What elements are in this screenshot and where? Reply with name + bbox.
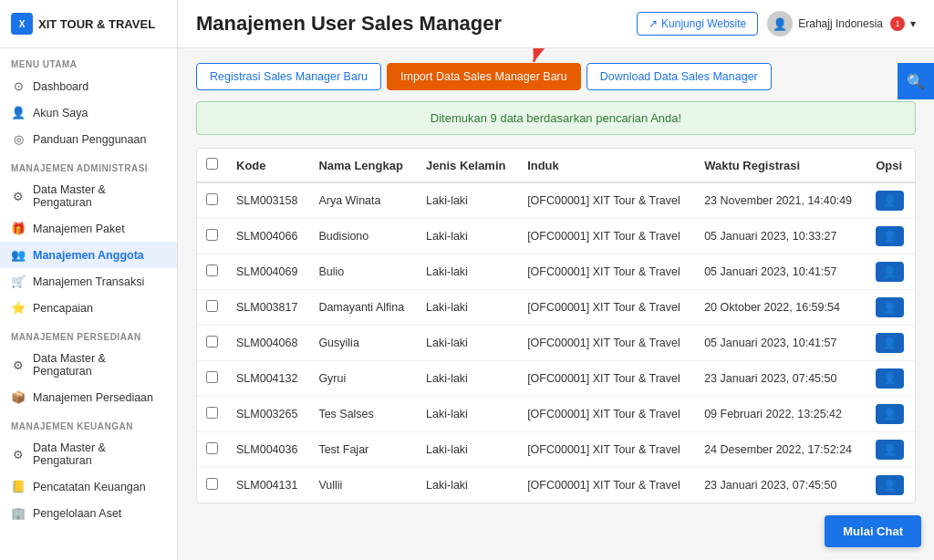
row-checkbox[interactable] <box>206 336 218 347</box>
cell-kode: SLM004069 <box>227 254 309 290</box>
detail-button[interactable]: 👤 <box>876 333 904 353</box>
sidebar-item-pencapaian[interactable]: ⭐ Pencapaian <box>0 295 177 321</box>
manajemen-admin-label: MANAJEMEN ADMINISTRASI <box>0 152 177 177</box>
select-all-checkbox[interactable] <box>206 158 218 170</box>
row-checkbox-cell <box>197 326 227 361</box>
sidebar-item-data-master-keuangan[interactable]: ⚙ Data Master & Pengaturan <box>0 435 177 473</box>
sidebar-logo: X XIT TOUR & TRAVEL <box>0 0 177 48</box>
cell-kode: SLM003817 <box>227 290 309 326</box>
sidebar-item-akun-saya[interactable]: 👤 Akun Saya <box>0 99 177 126</box>
detail-button[interactable]: 👤 <box>876 404 904 424</box>
row-checkbox[interactable] <box>206 371 218 383</box>
action-buttons: Registrasi Sales Manager Baru Import Dat… <box>196 63 916 90</box>
row-checkbox[interactable] <box>206 193 218 205</box>
col-jenis-kelamin: Jenis Kelamin <box>417 149 518 182</box>
cell-jenis-kelamin: Laki-laki <box>417 468 518 503</box>
sidebar-item-label: Dashboard <box>33 80 88 93</box>
dashboard-icon: ⊙ <box>11 79 26 93</box>
sidebar-item-dashboard[interactable]: ⊙ Dashboard <box>0 73 177 99</box>
cell-nama: Damayanti Alfina <box>309 290 417 326</box>
visit-website-label: Kunjungi Website <box>661 17 746 30</box>
cell-waktu: 05 Januari 2023, 10:41:57 <box>695 254 867 290</box>
row-checkbox[interactable] <box>206 407 218 419</box>
header-right: ↗ Kunjungi Website 👤 Erahajj Indonesia 1… <box>637 11 916 36</box>
sidebar-item-label: Panduan Penggunaan <box>33 133 146 146</box>
user-badge[interactable]: 👤 Erahajj Indonesia 1 ▾ <box>767 11 916 36</box>
cell-nama: Test Fajar <box>309 432 417 468</box>
cell-induk: [OFC00001] XIT Tour & Travel <box>518 290 695 326</box>
cell-nama: Budisiono <box>309 219 417 254</box>
cell-opsi: 👤 <box>867 432 915 468</box>
table-row: SLM004132 Gyrui Laki-laki [OFC00001] XIT… <box>197 361 915 397</box>
cell-kode: SLM004132 <box>227 361 309 397</box>
detail-button[interactable]: 👤 <box>876 440 904 460</box>
cell-jenis-kelamin: Laki-laki <box>417 432 518 468</box>
cell-waktu: 23 Januari 2023, 07:45:50 <box>695 361 867 397</box>
transaction-icon: 🛒 <box>11 275 26 288</box>
detail-button[interactable]: 👤 <box>876 475 904 495</box>
select-all-header <box>197 149 227 182</box>
cell-nama: Vullii <box>309 468 417 503</box>
detail-button[interactable]: 👤 <box>876 262 904 282</box>
sidebar-item-pengelolaan-aset[interactable]: 🏢 Pengelolaan Aset <box>0 500 177 526</box>
app-name: XIT TOUR & TRAVEL <box>38 17 155 31</box>
cell-induk: [OFC00001] XIT Tour & Travel <box>518 219 695 254</box>
manajemen-keuangan-label: MANAJEMEN KEUANGAN <box>0 410 177 435</box>
download-data-button[interactable]: Download Data Sales Manager <box>586 63 772 90</box>
mulai-chat-button[interactable]: Mulai Chat <box>825 515 921 547</box>
table-row: SLM003158 Arya Winata Laki-laki [OFC0000… <box>197 182 915 219</box>
cell-jenis-kelamin: Laki-laki <box>417 254 518 290</box>
cell-waktu: 09 Februari 2022, 13:25:42 <box>695 397 867 432</box>
register-sales-manager-button[interactable]: Registrasi Sales Manager Baru <box>196 63 381 90</box>
cell-induk: [OFC00001] XIT Tour & Travel <box>518 468 695 503</box>
import-data-button[interactable]: Import Data Sales Manager Baru <box>387 63 581 90</box>
logo-icon: X <box>11 13 33 35</box>
row-checkbox[interactable] <box>206 264 218 276</box>
detail-button[interactable]: 👤 <box>876 191 904 211</box>
sidebar-item-panduan[interactable]: ◎ Panduan Penggunaan <box>0 126 177 152</box>
main-content: Manajemen User Sales Manager ↗ Kunjungi … <box>178 0 934 560</box>
row-checkbox[interactable] <box>206 300 218 312</box>
sidebar-item-manajemen-anggota[interactable]: 👥 Manajemen Anggota <box>0 242 177 268</box>
sidebar-item-data-master-persediaan[interactable]: ⚙ Data Master & Pengaturan <box>0 346 177 384</box>
cell-jenis-kelamin: Laki-laki <box>417 290 518 326</box>
row-checkbox-cell <box>197 397 227 432</box>
detail-button[interactable]: 👤 <box>876 297 904 317</box>
sidebar-item-label: Pencapaian <box>33 302 93 315</box>
detail-button[interactable]: 👤 <box>876 368 904 389</box>
manajemen-persediaan-label: MANAJEMEN PERSEDIAAN <box>0 321 177 346</box>
cell-induk: [OFC00001] XIT Tour & Travel <box>518 397 695 432</box>
visit-website-button[interactable]: ↗ Kunjungi Website <box>637 12 758 36</box>
sidebar-item-label: Pencatatan Keuangan <box>33 481 146 493</box>
sidebar-item-data-master[interactable]: ⚙ Data Master & Pengaturan <box>0 177 177 215</box>
row-checkbox[interactable] <box>206 442 218 454</box>
row-checkbox[interactable] <box>206 229 218 241</box>
sidebar-item-label: Akun Saya <box>33 107 88 119</box>
col-kode: Kode <box>227 149 309 182</box>
detail-button[interactable]: 👤 <box>876 226 904 246</box>
row-checkbox-cell <box>197 254 227 290</box>
cell-kode: SLM003158 <box>227 182 309 219</box>
notification-badge: 1 <box>890 16 905 31</box>
col-nama: Nama Lengkap <box>309 149 417 182</box>
cell-opsi: 👤 <box>867 326 915 361</box>
cell-opsi: 👤 <box>867 361 915 397</box>
cell-nama: Arya Winata <box>309 182 417 219</box>
col-induk: Induk <box>518 149 695 182</box>
table-row: SLM003817 Damayanti Alfina Laki-laki [OF… <box>197 290 915 326</box>
cell-induk: [OFC00001] XIT Tour & Travel <box>518 326 695 361</box>
chevron-down-icon: ▾ <box>910 17 916 30</box>
sidebar-item-pencatatan-keuangan[interactable]: 📒 Pencatatan Keuangan <box>0 473 177 500</box>
sidebar: X XIT TOUR & TRAVEL MENU UTAMA ⊙ Dashboa… <box>0 0 178 560</box>
cell-waktu: 23 November 2021, 14:40:49 <box>695 182 867 219</box>
sidebar-item-manajemen-persediaan[interactable]: 📦 Manajemen Persediaan <box>0 384 177 410</box>
header: Manajemen User Sales Manager ↗ Kunjungi … <box>178 0 934 48</box>
row-checkbox-cell <box>197 182 227 219</box>
sidebar-item-manajemen-paket[interactable]: 🎁 Manajemen Paket <box>0 215 177 242</box>
guide-icon: ◎ <box>11 132 26 146</box>
table-row: SLM004069 Bulio Laki-laki [OFC00001] XIT… <box>197 254 915 290</box>
row-checkbox[interactable] <box>206 478 218 490</box>
sidebar-item-manajemen-transaksi[interactable]: 🛒 Manajemen Transaksi <box>0 268 177 295</box>
table-row: SLM004036 Test Fajar Laki-laki [OFC00001… <box>197 432 915 468</box>
cell-jenis-kelamin: Laki-laki <box>417 397 518 432</box>
